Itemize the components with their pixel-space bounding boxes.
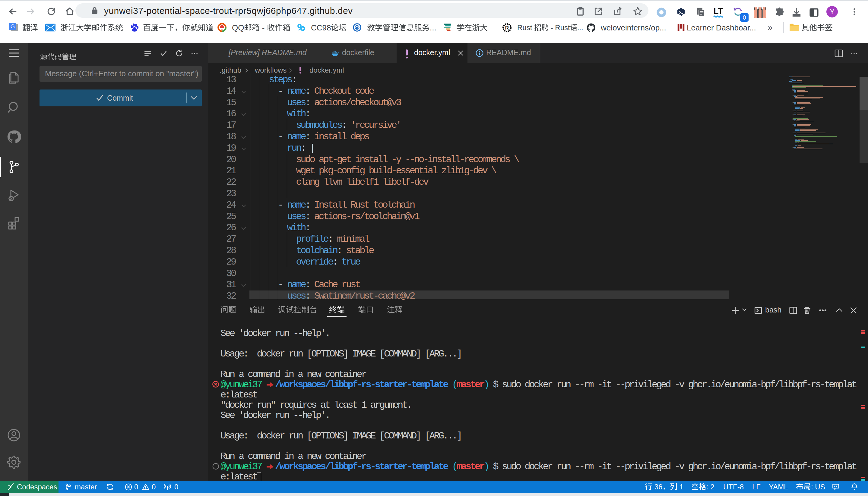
svg-text:R: R bbox=[505, 25, 509, 31]
